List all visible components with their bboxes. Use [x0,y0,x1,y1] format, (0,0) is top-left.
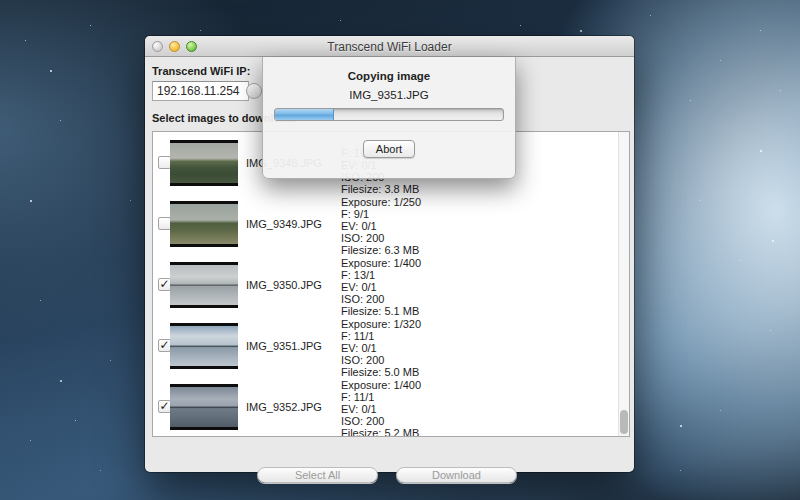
title-bar[interactable]: Transcend WiFi Loader [145,36,634,57]
list-item: ✓IMG_9350.JPGExposure: 1/400F: 13/1EV: 0… [153,254,629,315]
image-filename: IMG_9351.JPG [246,340,322,352]
exif-line: EV: 0/1 [341,403,421,415]
exif-line: EV: 0/1 [341,281,421,293]
list-item: IMG_9349.JPGExposure: 1/250F: 9/1EV: 0/1… [153,193,629,254]
exif-line: EV: 0/1 [341,342,421,354]
desktop: Transcend WiFi Loader Transcend WiFi IP:… [0,0,800,500]
image-thumbnail [170,384,238,430]
exif-line: EV: 0/1 [341,220,421,232]
list-item: ✓IMG_9352.JPGExposure: 1/400F: 11/1EV: 0… [153,376,629,437]
exif-line: Exposure: 1/400 [341,257,421,269]
exif-line: Exposure: 1/320 [341,318,421,330]
image-thumbnail [170,323,238,369]
list-item: ✓IMG_9351.JPGExposure: 1/320F: 11/1EV: 0… [153,315,629,376]
exif-line: F: 11/1 [341,330,421,342]
abort-button[interactable]: Abort [363,140,415,158]
ip-input[interactable] [152,81,249,101]
thumbnail-photo [170,387,238,427]
thumbnail-photo [170,143,238,183]
image-exif: Exposure: 1/320F: 11/1EV: 0/1ISO: 200Fil… [341,318,421,378]
image-exif: Exposure: 1/250F: 9/1EV: 0/1ISO: 200File… [341,196,421,256]
exif-line: ISO: 200 [341,232,421,244]
progress-bar [274,108,504,121]
copy-progress-dialog: Copying image IMG_9351.JPG Abort [262,57,516,179]
exif-line: ISO: 200 [341,354,421,366]
image-thumbnail [170,140,238,186]
image-filename: IMG_9349.JPG [246,218,322,230]
exif-line: ISO: 200 [341,415,421,427]
select-all-button[interactable]: Select All [257,467,378,483]
progress-bar-fill [275,109,334,120]
image-filename: IMG_9352.JPG [246,401,322,413]
thumbnail-photo [170,265,238,305]
exif-line: F: 11/1 [341,391,421,403]
image-exif: Exposure: 1/400F: 11/1EV: 0/1ISO: 200Fil… [341,379,421,437]
dialog-filename: IMG_9351.JPG [263,89,515,101]
exif-line: Exposure: 1/250 [341,196,421,208]
exif-line: Exposure: 1/400 [341,379,421,391]
thumbnail-photo [170,204,238,244]
exif-line: F: 9/1 [341,208,421,220]
image-thumbnail [170,262,238,308]
exif-line: F: 13/1 [341,269,421,281]
image-exif: Exposure: 1/400F: 13/1EV: 0/1ISO: 200Fil… [341,257,421,317]
reload-button[interactable] [246,83,262,99]
ip-label: Transcend WiFi IP: [152,65,250,77]
scrollbar-thumb[interactable] [620,410,628,434]
starfield-bright [0,0,2,2]
window-title: Transcend WiFi Loader [145,40,634,54]
image-filename: IMG_9350.JPG [246,279,322,291]
exif-line: Filesize: 5.2 MB [341,427,421,437]
download-button[interactable]: Download [396,467,517,483]
image-thumbnail [170,201,238,247]
dialog-title: Copying image [263,70,515,82]
thumbnail-photo [170,326,238,366]
exif-line: ISO: 200 [341,293,421,305]
scrollbar-track[interactable] [618,132,629,436]
